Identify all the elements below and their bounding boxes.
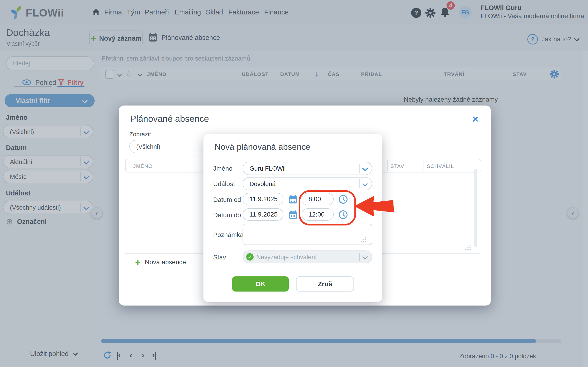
date-to-input-wrap [242,208,284,221]
dialog-title: Nová plánovaná absence [215,142,311,152]
note-textarea-wrap [242,224,372,245]
modal-title: Plánované absence [130,114,209,124]
date-to-input[interactable] [243,209,283,220]
annotation-arrow-icon [354,195,395,218]
show-label: Zobrazit [129,131,151,138]
dialog-status-label: Stav [213,254,226,261]
dialog-name-label: Jméno [213,165,233,172]
new-absence-button[interactable]: + Nová absence [135,257,186,267]
resize-grip-icon[interactable] [469,244,471,246]
dialog-event-select[interactable]: Dovolená [242,177,372,190]
annotation-highlight-ellipse [299,190,356,225]
note-textarea[interactable] [243,224,372,244]
calendar-icon[interactable] [288,194,298,205]
dialog-date-from-label: Datum od [213,196,241,203]
modal-col-approved-by[interactable]: SCHVÁLIL [427,163,454,169]
chevron-down-icon [362,181,368,186]
date-from-input-wrap [242,193,284,205]
modal-col-name[interactable]: JMÉNO [133,163,153,169]
resize-grip-icon[interactable] [365,237,366,238]
dialog-date-to-label: Datum do [213,211,241,219]
date-from-input[interactable] [243,193,283,205]
ok-button[interactable]: OK [232,276,289,292]
cancel-button[interactable]: Zruš [296,276,354,292]
check-circle-icon: ✓ [246,253,254,261]
modal-col-status[interactable]: STAV [390,163,404,169]
chevron-down-icon [362,166,368,171]
modal-scrollbar[interactable] [474,169,477,247]
dialog-event-label: Událost [213,180,235,188]
plus-icon: + [135,257,141,267]
dialog-note-label: Poznámka [213,231,243,239]
dialog-name-select[interactable]: Guru FLOWii [242,162,372,175]
modal-close-icon[interactable]: × [472,114,478,124]
chevron-down-icon [362,254,368,259]
app-window: FLOWii Firma Tým Partneři Emailing Sklad… [0,0,588,367]
status-select-disabled: ✓ Nevyžaduje schválení [242,250,372,263]
calendar-icon[interactable] [288,210,298,220]
